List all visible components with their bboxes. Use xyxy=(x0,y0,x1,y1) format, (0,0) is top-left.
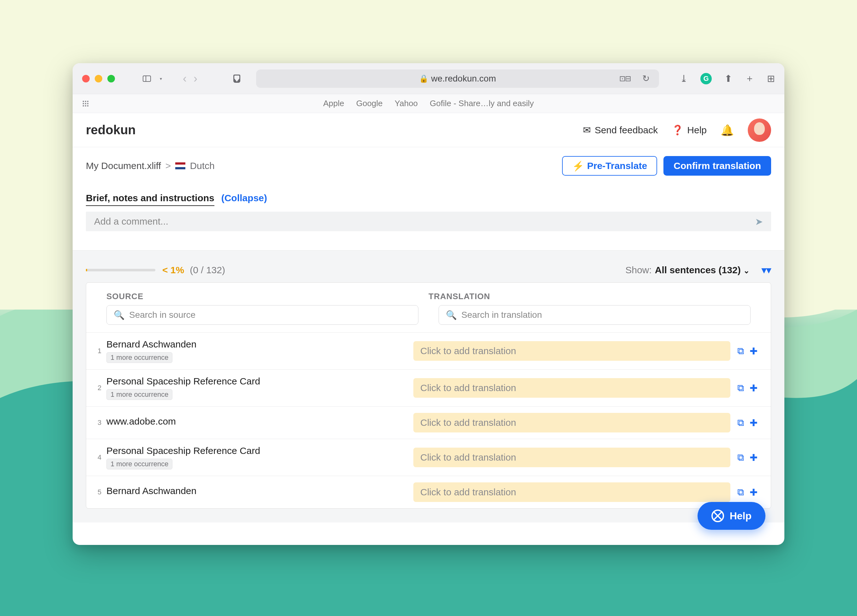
table-row: 1Bernard Aschwanden1 more occurrenceClic… xyxy=(86,332,771,369)
comment-icon[interactable]: ✚ xyxy=(750,487,758,498)
help-widget[interactable]: Help xyxy=(698,502,766,530)
progress-bar xyxy=(86,269,155,271)
progress-percent: < 1% xyxy=(162,265,184,275)
comment-icon[interactable]: ✚ xyxy=(750,382,758,394)
table-row: 4Personal Spaceship Reference Card1 more… xyxy=(86,439,771,476)
bookmarks-bar: Apple Google Yahoo Gofile - Share…ly and… xyxy=(73,94,784,113)
source-text: Personal Spaceship Reference Card xyxy=(107,376,410,387)
downloads-icon[interactable]: ⤓ xyxy=(680,73,688,84)
copy-icon[interactable]: ⧉ xyxy=(737,487,744,498)
comment-placeholder: Add a comment... xyxy=(94,216,168,227)
send-feedback-link[interactable]: ✉Send feedback xyxy=(583,124,658,136)
grammarly-icon[interactable]: G xyxy=(701,73,712,84)
breadcrumb-sep: > xyxy=(166,161,171,171)
pre-translate-button[interactable]: ⚡Pre-Translate xyxy=(562,156,657,176)
apps-grid-icon[interactable] xyxy=(83,101,88,107)
translation-cell[interactable]: Click to add translation xyxy=(413,378,730,398)
translate-icon[interactable]: ⊡⊟ xyxy=(619,74,631,83)
comment-icon[interactable]: ✚ xyxy=(750,345,758,357)
search-source-input[interactable]: 🔍Search in source xyxy=(107,305,418,325)
breadcrumb-lang: Dutch xyxy=(190,161,214,171)
translation-cell[interactable]: Click to add translation xyxy=(413,413,730,432)
search-icon: 🔍 xyxy=(114,310,125,320)
copy-icon[interactable]: ⧉ xyxy=(737,382,744,394)
translation-grid: SOURCE TRANSLATION 🔍Search in source 🔍Se… xyxy=(86,282,771,509)
column-source: SOURCE xyxy=(107,292,428,301)
bookmark-link[interactable]: Gofile - Share…ly and easily xyxy=(430,99,534,108)
share-icon[interactable]: ⬆︎ xyxy=(724,73,732,84)
source-cell: Bernard Aschwanden xyxy=(107,486,413,499)
send-icon[interactable]: ➤ xyxy=(755,216,763,227)
traffic-lights xyxy=(82,75,115,82)
translation-cell[interactable]: Click to add translation xyxy=(413,341,730,361)
new-tab-icon[interactable]: ＋ xyxy=(745,72,754,85)
avatar[interactable] xyxy=(748,118,771,142)
app-header: redokun ✉Send feedback ❓Help 🔔 xyxy=(73,113,784,147)
brief-title: Brief, notes and instructions xyxy=(86,193,214,206)
minimize-window-button[interactable] xyxy=(95,75,102,82)
close-window-button[interactable] xyxy=(82,75,90,82)
column-translation: TRANSLATION xyxy=(428,292,750,301)
source-text: Bernard Aschwanden xyxy=(107,486,410,496)
privacy-shield-icon[interactable] xyxy=(234,74,240,83)
source-text: Bernard Aschwanden xyxy=(107,339,410,350)
source-cell: Personal Spaceship Reference Card1 more … xyxy=(107,446,413,469)
url-bar[interactable]: 🔒 we.redokun.com ⊡⊟ ↻ xyxy=(256,70,659,88)
forward-button[interactable]: › xyxy=(193,72,197,85)
row-number: 5 xyxy=(93,488,107,496)
question-icon: ❓ xyxy=(671,124,683,136)
show-filter[interactable]: All sentences (132) ⌄ xyxy=(655,265,758,275)
copy-icon[interactable]: ⧉ xyxy=(737,417,744,428)
tabs-overview-icon[interactable]: ⊞ xyxy=(767,73,775,84)
back-button[interactable]: ‹ xyxy=(183,72,187,85)
show-label: Show: xyxy=(625,265,651,275)
search-translation-input[interactable]: 🔍Search in translation xyxy=(439,305,750,325)
bookmark-link[interactable]: Google xyxy=(356,99,383,108)
occurrence-badge: 1 more occurrence xyxy=(107,459,172,469)
flag-nl-icon xyxy=(175,163,186,169)
help-link[interactable]: ❓Help xyxy=(671,124,707,136)
envelope-icon: ✉ xyxy=(583,124,591,136)
browser-chrome: ▾ ‹ › 🔒 we.redokun.com ⊡⊟ ↻ ⤓ G ⬆︎ ＋ ⊞ xyxy=(73,63,784,94)
copy-icon[interactable]: ⧉ xyxy=(737,345,744,357)
collapse-toggle[interactable]: (Collapse) xyxy=(221,193,267,203)
lock-icon: 🔒 xyxy=(419,74,428,83)
maximize-window-button[interactable] xyxy=(107,75,115,82)
sidebar-toggle-icon[interactable] xyxy=(143,76,151,82)
reload-icon[interactable]: ↻ xyxy=(642,73,650,84)
notifications-icon[interactable]: 🔔 xyxy=(721,124,734,136)
lifebuoy-icon xyxy=(712,509,724,522)
row-number: 4 xyxy=(93,453,107,461)
comment-icon[interactable]: ✚ xyxy=(750,452,758,463)
translation-cell[interactable]: Click to add translation xyxy=(413,447,730,467)
sub-header: My Document.xliff > Dutch ⚡Pre-Translate… xyxy=(73,147,784,179)
copy-icon[interactable]: ⧉ xyxy=(737,452,744,463)
row-number: 3 xyxy=(93,419,107,427)
table-row: 3www.adobe.comClick to add translation⧉✚ xyxy=(86,406,771,439)
breadcrumb: My Document.xliff > Dutch xyxy=(86,161,215,171)
chevron-down-icon: ⌄ xyxy=(743,266,750,275)
scroll-to-end-icon[interactable]: ▾▾ xyxy=(762,265,771,275)
url-text: we.redokun.com xyxy=(431,74,496,84)
table-row: 2Personal Spaceship Reference Card1 more… xyxy=(86,369,771,406)
row-number: 2 xyxy=(93,384,107,392)
logo[interactable]: redokun xyxy=(86,123,136,137)
bookmark-link[interactable]: Apple xyxy=(323,99,344,108)
occurrence-badge: 1 more occurrence xyxy=(107,352,172,363)
row-number: 1 xyxy=(93,347,107,355)
occurrence-badge: 1 more occurrence xyxy=(107,389,172,400)
breadcrumb-doc[interactable]: My Document.xliff xyxy=(86,161,161,171)
comment-input[interactable]: Add a comment... ➤ xyxy=(86,212,771,231)
chevron-down-icon[interactable]: ▾ xyxy=(160,76,162,81)
source-text: www.adobe.com xyxy=(107,416,410,427)
confirm-translation-button[interactable]: Confirm translation xyxy=(664,156,771,176)
search-icon: 🔍 xyxy=(446,310,457,320)
translation-cell[interactable]: Click to add translation xyxy=(413,482,730,502)
browser-window: ▾ ‹ › 🔒 we.redokun.com ⊡⊟ ↻ ⤓ G ⬆︎ ＋ ⊞ A… xyxy=(73,63,784,545)
bolt-icon: ⚡ xyxy=(572,161,584,172)
nav-arrows: ‹ › xyxy=(183,72,197,85)
comment-icon[interactable]: ✚ xyxy=(750,417,758,428)
source-text: Personal Spaceship Reference Card xyxy=(107,446,410,456)
progress-count: (0 / 132) xyxy=(190,265,225,275)
bookmark-link[interactable]: Yahoo xyxy=(395,99,418,108)
